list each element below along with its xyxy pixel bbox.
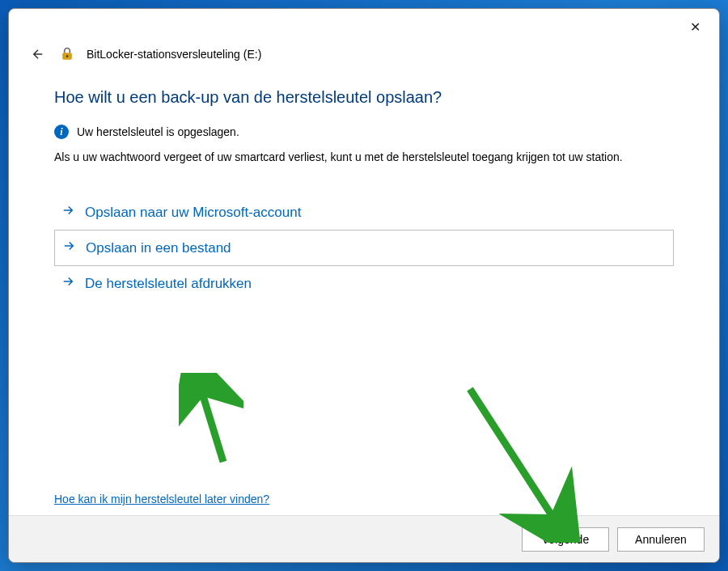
option-print-key[interactable]: De herstelsleutel afdrukken xyxy=(54,266,674,301)
close-button[interactable]: ✕ xyxy=(677,13,713,40)
info-icon: i xyxy=(54,125,69,139)
option-save-microsoft-account[interactable]: Opslaan naar uw Microsoft-account xyxy=(54,195,674,230)
titlebar: ✕ xyxy=(9,9,719,44)
arrow-right-icon xyxy=(61,274,75,293)
help-link[interactable]: Hoe kan ik mijn herstelsleutel later vin… xyxy=(54,493,269,505)
info-text: Uw herstelsleutel is opgeslagen. xyxy=(77,125,239,138)
header-row: BitLocker-stationsversleuteling (E:) xyxy=(9,44,719,69)
cancel-button[interactable]: Annuleren xyxy=(617,527,705,552)
arrow-left-icon xyxy=(31,47,45,61)
content-area: Hoe wilt u een back-up van de herstelsle… xyxy=(9,69,719,515)
page-heading: Hoe wilt u een back-up van de herstelsle… xyxy=(54,88,674,107)
option-label: De herstelsleutel afdrukken xyxy=(85,276,252,292)
info-row: i Uw herstelsleutel is opgeslagen. xyxy=(54,125,674,139)
arrow-right-icon xyxy=(61,239,76,257)
close-icon: ✕ xyxy=(690,19,700,35)
body-text: Als u uw wachtwoord vergeet of uw smartc… xyxy=(54,149,674,166)
back-button[interactable] xyxy=(28,44,48,64)
next-button[interactable]: Volgende xyxy=(522,527,609,552)
option-save-to-file[interactable]: Opslaan in een bestand xyxy=(54,230,674,266)
arrow-right-icon xyxy=(61,203,75,222)
header-title: BitLocker-stationsversleuteling (E:) xyxy=(87,48,261,61)
option-label: Opslaan in een bestand xyxy=(86,240,231,256)
bitlocker-icon xyxy=(59,46,75,62)
option-label: Opslaan naar uw Microsoft-account xyxy=(85,205,301,221)
bitlocker-dialog: ✕ BitLocker-stationsversleuteling (E:) H… xyxy=(8,8,720,563)
footer: Volgende Annuleren xyxy=(9,515,719,562)
svg-point-1 xyxy=(66,55,69,57)
options-list: Opslaan naar uw Microsoft-account Opslaa… xyxy=(54,195,674,301)
